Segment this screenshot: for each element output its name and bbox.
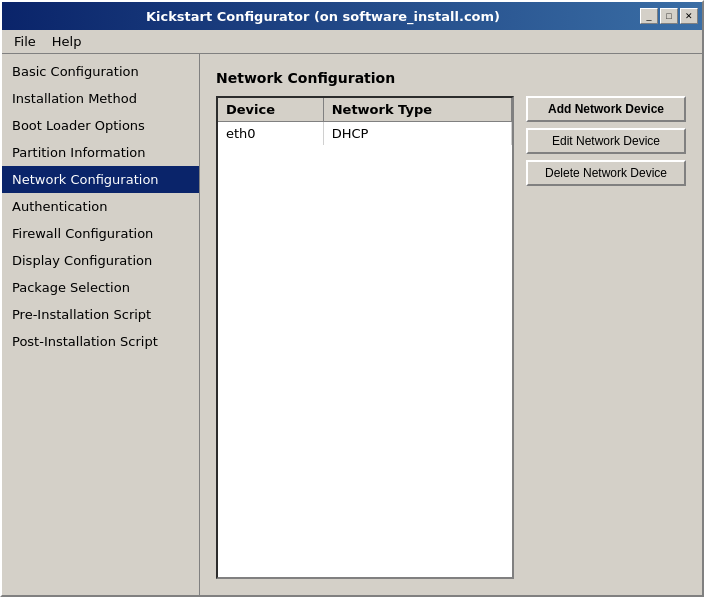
sidebar-item-boot-loader-options[interactable]: Boot Loader Options — [2, 112, 199, 139]
sidebar: Basic ConfigurationInstallation MethodBo… — [2, 54, 200, 595]
table-header-row: Device Network Type — [218, 98, 512, 122]
title-bar: Kickstart Configurator (on software_inst… — [2, 2, 702, 30]
menu-help[interactable]: Help — [44, 32, 90, 51]
cell-network-type: DHCP — [323, 122, 511, 146]
sidebar-item-network-configuration[interactable]: Network Configuration — [2, 166, 199, 193]
close-button[interactable]: ✕ — [680, 8, 698, 24]
sidebar-item-basic-configuration[interactable]: Basic Configuration — [2, 58, 199, 85]
main-content: Basic ConfigurationInstallation MethodBo… — [2, 54, 702, 595]
sidebar-item-authentication[interactable]: Authentication — [2, 193, 199, 220]
add-network-device-button[interactable]: Add Network Device — [526, 96, 686, 122]
table-row[interactable]: eth0DHCP — [218, 122, 512, 146]
minimize-button[interactable]: _ — [640, 8, 658, 24]
window-title: Kickstart Configurator (on software_inst… — [6, 9, 640, 24]
delete-network-device-button[interactable]: Delete Network Device — [526, 160, 686, 186]
sidebar-item-pre-installation-script[interactable]: Pre-Installation Script — [2, 301, 199, 328]
sidebar-item-display-configuration[interactable]: Display Configuration — [2, 247, 199, 274]
window-controls: _ □ ✕ — [640, 8, 698, 24]
menu-file[interactable]: File — [6, 32, 44, 51]
sidebar-item-partition-information[interactable]: Partition Information — [2, 139, 199, 166]
buttons-panel: Add Network Device Edit Network Device D… — [526, 96, 686, 579]
menu-bar: File Help — [2, 30, 702, 54]
main-window: Kickstart Configurator (on software_inst… — [0, 0, 704, 597]
col-network-type: Network Type — [323, 98, 511, 122]
col-device: Device — [218, 98, 323, 122]
edit-network-device-button[interactable]: Edit Network Device — [526, 128, 686, 154]
sidebar-item-installation-method[interactable]: Installation Method — [2, 85, 199, 112]
sidebar-item-package-selection[interactable]: Package Selection — [2, 274, 199, 301]
sidebar-item-post-installation-script[interactable]: Post-Installation Script — [2, 328, 199, 355]
device-table: Device Network Type eth0DHCP — [218, 98, 512, 145]
content-area: Network Configuration Device Network Typ… — [200, 54, 702, 595]
section-title: Network Configuration — [216, 70, 686, 86]
sidebar-item-firewall-configuration[interactable]: Firewall Configuration — [2, 220, 199, 247]
maximize-button[interactable]: □ — [660, 8, 678, 24]
device-table-container: Device Network Type eth0DHCP — [216, 96, 514, 579]
network-body: Device Network Type eth0DHCP Add Network… — [216, 96, 686, 579]
cell-device: eth0 — [218, 122, 323, 146]
